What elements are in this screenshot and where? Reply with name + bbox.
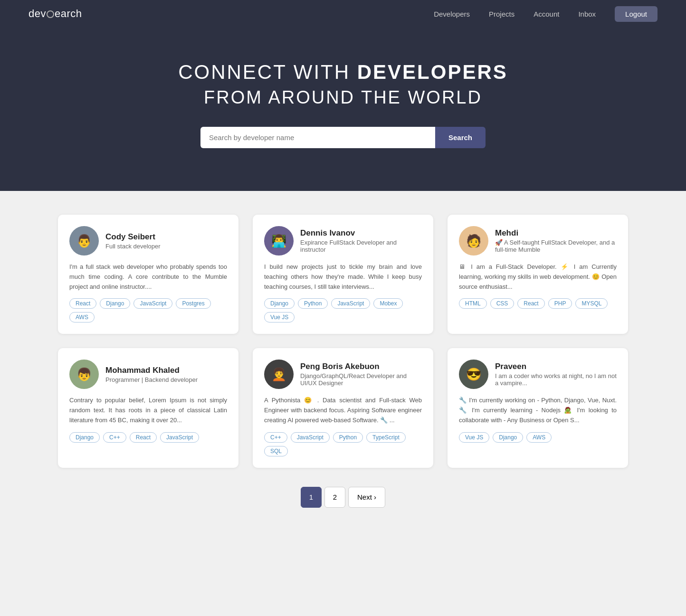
tag: Python	[333, 432, 363, 443]
tag: Django	[69, 432, 100, 443]
developer-name: Dennis Ivanov	[300, 228, 422, 238]
avatar: 👨‍💻	[264, 226, 294, 256]
tag: CSS	[490, 298, 514, 309]
logo: devearch	[29, 8, 82, 20]
avatar: 😎	[459, 360, 488, 389]
tag: Django	[493, 432, 523, 443]
developer-title: Django/GraphQL/React Developer and UI/UX…	[300, 372, 422, 387]
developer-name: Praveen	[495, 362, 617, 371]
avatar: 🧑‍🦱	[264, 360, 294, 389]
nav-links: Developers Projects Account Inbox Logout	[434, 6, 657, 22]
developer-card-cody: 👨 Cody Seibert Full stack developer I'm …	[58, 215, 238, 334]
tag: JavaScript	[291, 432, 330, 443]
card-header: 👨 Cody Seibert Full stack developer	[69, 226, 227, 256]
tag: Python	[298, 298, 328, 309]
developer-card-peng: 🧑‍🦱 Peng Boris Akebuon Django/GraphQL/Re…	[253, 348, 433, 467]
developer-bio: 🔧 I'm currently working on - Python, Dja…	[459, 396, 617, 425]
nav-account[interactable]: Account	[534, 10, 559, 18]
developer-bio: I'm a full stack web developer who proba…	[69, 262, 227, 292]
tag: Django	[100, 298, 130, 309]
card-header: 🧑 Mehdi 🚀 A Self-taught FullStack Develo…	[459, 226, 617, 256]
developer-bio: A Pythonista 😊 . Data scientist and Full…	[264, 396, 422, 425]
developer-title: I am a coder who works at night, no I am…	[495, 372, 617, 387]
tag: PHP	[548, 298, 572, 309]
developer-title: Expirance FullStack Developer and instru…	[300, 239, 422, 253]
tag: C++	[264, 432, 287, 443]
tag: Mobex	[373, 298, 403, 309]
tag: TypeScript	[366, 432, 406, 443]
avatar: 👦	[69, 360, 99, 389]
developer-card-mo: 👦 Mohammad Khaled Programmer | Backend d…	[58, 348, 238, 467]
next-page-button[interactable]: Next ›	[348, 487, 385, 508]
tag: Vue JS	[264, 312, 295, 322]
developer-title: Programmer | Backend developer	[105, 376, 198, 383]
hero-headline: CONNECT WITH DEVELOPERS	[10, 61, 676, 84]
search-bar: Search	[200, 127, 486, 148]
tag: React	[517, 298, 544, 309]
developer-bio: I build new projects just to tickle my b…	[264, 262, 422, 292]
hero-section: CONNECT WITH DEVELOPERS FROM AROUND THE …	[0, 28, 686, 191]
main-content: 👨 Cody Seibert Full stack developer I'm …	[0, 191, 686, 555]
logout-button[interactable]: Logout	[615, 6, 657, 22]
tag: Django	[264, 298, 295, 309]
tag: AWS	[69, 312, 95, 322]
developer-tags: React Django JavaScript Postgres AWS	[69, 298, 227, 322]
developer-card-dennis: 👨‍💻 Dennis Ivanov Expirance FullStack De…	[253, 215, 433, 334]
developer-name: Peng Boris Akebuon	[300, 362, 422, 371]
developer-bio: Contrary to popular belief, Lorem Ipsum …	[69, 396, 227, 425]
nav-projects[interactable]: Projects	[489, 10, 514, 18]
pagination: 1 2 Next ›	[29, 468, 657, 536]
card-header: 🧑‍🦱 Peng Boris Akebuon Django/GraphQL/Re…	[264, 360, 422, 389]
tag: SQL	[264, 446, 288, 456]
nav-inbox[interactable]: Inbox	[578, 10, 596, 18]
developer-tags: C++ JavaScript Python TypeScript SQL	[264, 432, 422, 456]
developer-title: 🚀 A Self-taught FullStack Developer, and…	[495, 239, 617, 253]
developer-title: Full stack developer	[105, 243, 161, 250]
developer-tags: Vue JS Django AWS	[459, 432, 617, 443]
developer-name: Mehdi	[495, 228, 617, 238]
tag: Postgres	[176, 298, 210, 309]
page-2-button[interactable]: 2	[324, 487, 345, 508]
developer-card-praveen: 😎 Praveen I am a coder who works at nigh…	[448, 348, 628, 467]
tag: HTML	[459, 298, 487, 309]
avatar: 👨	[69, 226, 99, 256]
developer-bio: 🖥 I am a Full-Stack Developer. ⚡ I am Cu…	[459, 262, 617, 292]
tag: JavaScript	[331, 298, 370, 309]
developer-card-mehdi: 🧑 Mehdi 🚀 A Self-taught FullStack Develo…	[448, 215, 628, 334]
search-input[interactable]	[200, 127, 435, 148]
tag: Vue JS	[459, 432, 489, 443]
developers-grid: 👨 Cody Seibert Full stack developer I'm …	[58, 215, 628, 468]
page-1-button[interactable]: 1	[301, 487, 322, 508]
developer-name: Mohammad Khaled	[105, 366, 198, 375]
developer-name: Cody Seibert	[105, 232, 161, 242]
card-header: 👦 Mohammad Khaled Programmer | Backend d…	[69, 360, 227, 389]
tag: MYSQL	[575, 298, 608, 309]
hero-subheadline: FROM AROUND THE WORLD	[10, 87, 676, 108]
avatar: 🧑	[459, 226, 488, 256]
developer-tags: Django Python JavaScript Mobex Vue JS	[264, 298, 422, 322]
tag: AWS	[526, 432, 552, 443]
tag: React	[69, 298, 96, 309]
tag: JavaScript	[160, 432, 199, 443]
card-header: 😎 Praveen I am a coder who works at nigh…	[459, 360, 617, 389]
tag: C++	[103, 432, 126, 443]
developer-tags: Django C++ React JavaScript	[69, 432, 227, 443]
search-button[interactable]: Search	[435, 127, 486, 148]
nav-developers[interactable]: Developers	[434, 10, 470, 18]
navbar: devearch Developers Projects Account Inb…	[0, 0, 686, 28]
developer-tags: HTML CSS React PHP MYSQL	[459, 298, 617, 309]
card-header: 👨‍💻 Dennis Ivanov Expirance FullStack De…	[264, 226, 422, 256]
tag: JavaScript	[133, 298, 172, 309]
tag: React	[130, 432, 157, 443]
